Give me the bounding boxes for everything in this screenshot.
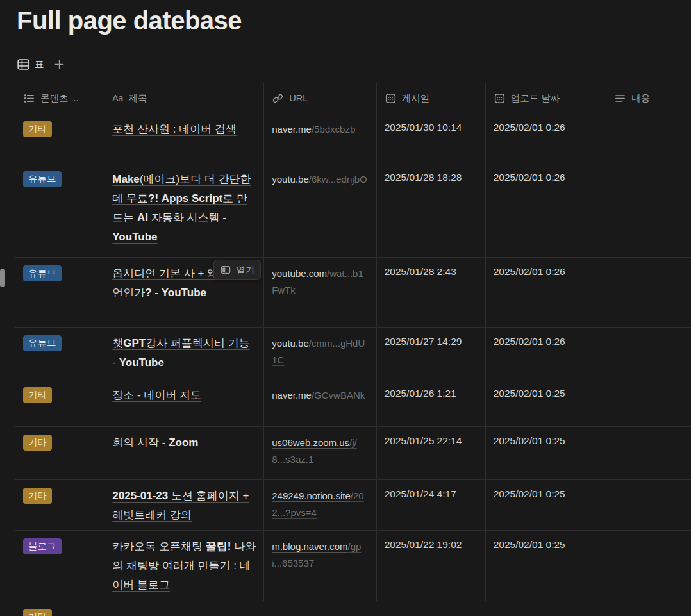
url-cell[interactable]: naver.me/GCvwBANk bbox=[264, 379, 377, 426]
published-date-cell[interactable]: 2025/01/26 1:21 bbox=[377, 379, 486, 426]
upload-date-cell[interactable]: 2025/02/01 0:26 bbox=[486, 258, 607, 327]
table-view-icon bbox=[17, 58, 30, 71]
calendar-icon bbox=[385, 92, 397, 104]
url-cell[interactable]: 249249.notion.site/202...?pvs=4 bbox=[264, 480, 377, 530]
content-type-cell[interactable]: 유튜브 bbox=[15, 163, 104, 257]
column-header-5[interactable]: 업로드 날짜 bbox=[486, 83, 607, 113]
content-type-cell[interactable]: 기타 bbox=[15, 601, 110, 616]
page-title[interactable]: Full page datebase bbox=[17, 0, 691, 35]
page-container: Full page datebase 표 콘텐츠 ...Aa제목URL게시일업로… bbox=[0, 0, 691, 616]
published-date-cell[interactable]: 2025/01/27 14:29 bbox=[377, 328, 486, 379]
url-cell[interactable]: us06web.zoom.us/j/8...s3az.1 bbox=[264, 427, 377, 479]
table-row[interactable]: 기타 bbox=[15, 601, 691, 616]
notion-database-page: { "page": { "title": "Full page datebase… bbox=[0, 0, 691, 616]
upload-date-cell[interactable]: 2025/02/01 0:26 bbox=[486, 163, 607, 257]
column-header-label: URL bbox=[289, 93, 308, 103]
title-text: AI bbox=[137, 212, 148, 224]
content-type-cell[interactable]: 유튜브 bbox=[15, 328, 104, 379]
add-view-button[interactable] bbox=[53, 58, 65, 71]
table-row[interactable]: 유튜브옵시디언 기본 사 + 왜 옵시디언인가? - YouTube열기yout… bbox=[15, 258, 691, 328]
upload-date-cell[interactable]: 2025/02/01 0:25 bbox=[486, 480, 607, 530]
table-row[interactable]: 기타회의 시작 - Zoomus06web.zoom.us/j/8...s3az… bbox=[15, 427, 691, 480]
title-cell[interactable]: 카카오톡 오픈채팅 꿀팁! 나와의 채팅방 여러개 만들기 : 네이버 블로그 bbox=[104, 531, 264, 601]
table-row[interactable]: 블로그카카오톡 오픈채팅 꿀팁! 나와의 채팅방 여러개 만들기 : 네이버 블… bbox=[15, 531, 691, 601]
upload-date-cell[interactable]: 2025/02/01 0:25 bbox=[486, 531, 607, 601]
title-text: 카카오톡 오픈채팅 bbox=[112, 540, 205, 553]
url-domain: youtube.com bbox=[272, 268, 327, 279]
table-row[interactable]: 유튜브챗GPT강사 퍼플렉시티 기능 - YouTubeyoutu.be/cmm… bbox=[15, 328, 691, 379]
title-cell[interactable]: 회의 시작 - Zoom bbox=[104, 427, 264, 479]
title-cell[interactable]: Make(메이크)보다 더 간단한데 무료?! Apps Script로 만드는… bbox=[104, 163, 264, 257]
database-table: 콘텐츠 ...Aa제목URL게시일업로드 날짜내용 기타포천 산사원 : 네이버… bbox=[15, 83, 691, 616]
content-cell[interactable] bbox=[606, 379, 691, 426]
upload-date-cell[interactable]: 2025/02/01 0:25 bbox=[486, 427, 607, 479]
url-cell[interactable]: youtu.be/6kw...ednjbO bbox=[264, 163, 377, 257]
content-cell[interactable] bbox=[606, 258, 691, 327]
title-text: Zoom bbox=[169, 437, 198, 449]
content-type-cell[interactable]: 기타 bbox=[15, 427, 104, 479]
published-date-cell[interactable]: 2025/01/25 22:14 bbox=[377, 427, 486, 479]
title-text: 자동화 시스템 - bbox=[148, 212, 226, 224]
tag-pill: 유튜브 bbox=[23, 335, 62, 351]
title-cell[interactable]: 장소 - 네이버 지도 bbox=[104, 379, 264, 426]
url-domain: us06web.zoom.us bbox=[272, 437, 349, 448]
table-row[interactable]: 기타포천 산사원 : 네이버 검색naver.me/5bdxcbzb2025/0… bbox=[15, 113, 691, 163]
content-type-cell[interactable]: 블로그 bbox=[15, 531, 104, 601]
column-header-2[interactable]: Aa제목 bbox=[104, 83, 264, 113]
published-date-cell[interactable]: 2025/01/28 2:43 bbox=[377, 258, 486, 327]
title-text: 챗 bbox=[112, 337, 123, 349]
tag-pill: 기타 bbox=[23, 488, 52, 504]
title-cell[interactable]: 옵시디언 기본 사 + 왜 옵시디언인가? - YouTube열기 bbox=[104, 258, 264, 327]
column-header-label: 콘텐츠 ... bbox=[40, 92, 79, 104]
column-header-1[interactable]: 콘텐츠 ... bbox=[15, 83, 104, 113]
content-type-cell[interactable]: 유튜브 bbox=[15, 258, 104, 327]
column-header-3[interactable]: URL bbox=[264, 83, 377, 113]
column-header-label: 게시일 bbox=[402, 92, 430, 104]
content-cell[interactable] bbox=[606, 427, 691, 479]
content-cell[interactable] bbox=[606, 328, 691, 379]
table-row[interactable]: 기타장소 - 네이버 지도naver.me/GCvwBANk2025/01/26… bbox=[15, 379, 691, 427]
column-header-4[interactable]: 게시일 bbox=[377, 83, 486, 113]
published-date-cell[interactable]: 2025/01/24 4:17 bbox=[377, 480, 486, 530]
content-cell[interactable] bbox=[606, 113, 691, 163]
title-aa-icon: Aa bbox=[112, 93, 123, 103]
content-cell[interactable] bbox=[606, 480, 691, 530]
published-date-cell[interactable]: 2025/01/28 18:28 bbox=[377, 163, 486, 257]
row-drag-handle[interactable] bbox=[0, 269, 5, 287]
text-lines-icon bbox=[614, 92, 626, 104]
content-cell[interactable] bbox=[606, 531, 691, 601]
list-icon bbox=[23, 92, 35, 104]
column-header-6[interactable]: 내용 bbox=[606, 83, 691, 113]
published-date-cell[interactable]: 2025/01/30 10:14 bbox=[377, 113, 486, 163]
url-cell[interactable]: naver.me/5bdxcbzb bbox=[264, 113, 377, 163]
url-cell[interactable]: youtu.be/cmm...gHdU1C bbox=[264, 328, 377, 379]
tab-table-view[interactable]: 표 bbox=[17, 58, 44, 71]
content-type-cell[interactable]: 기타 bbox=[15, 113, 104, 163]
upload-date-cell[interactable]: 2025/02/01 0:26 bbox=[486, 328, 607, 379]
title-text: YouTube bbox=[112, 231, 157, 243]
side-peek-icon bbox=[220, 264, 231, 276]
content-type-cell[interactable]: 기타 bbox=[15, 379, 104, 426]
title-cell[interactable]: 2025-01-23 노션 홈페이지 + 해빗트래커 강의 bbox=[104, 480, 264, 530]
url-domain: youtu.be bbox=[272, 174, 309, 185]
content-cell[interactable] bbox=[606, 163, 691, 257]
tag-pill: 기타 bbox=[23, 435, 52, 451]
link-icon bbox=[272, 92, 284, 104]
content-type-cell[interactable]: 기타 bbox=[15, 480, 104, 530]
table-row[interactable]: 기타2025-01-23 노션 홈페이지 + 해빗트래커 강의249249.no… bbox=[15, 480, 691, 531]
url-cell[interactable]: m.blog.naver.com/gpi...653537 bbox=[264, 531, 377, 601]
url-path: /GCvwBANk bbox=[312, 390, 365, 401]
open-button[interactable]: 열기 bbox=[213, 260, 261, 280]
url-cell[interactable]: youtube.com/wat...b1FwTk bbox=[264, 258, 377, 327]
title-text: 회의 시작 - bbox=[112, 437, 169, 449]
upload-date-cell[interactable]: 2025/02/01 0:25 bbox=[486, 379, 607, 426]
tag-pill: 기타 bbox=[23, 387, 52, 403]
tag-pill: 기타 bbox=[23, 609, 52, 616]
tag-pill: 유튜브 bbox=[23, 265, 62, 281]
view-tab-label: 표 bbox=[35, 58, 44, 71]
table-row[interactable]: 유튜브Make(메이크)보다 더 간단한데 무료?! Apps Script로 … bbox=[15, 163, 691, 258]
upload-date-cell[interactable]: 2025/02/01 0:26 bbox=[486, 113, 607, 163]
title-cell[interactable]: 포천 산사원 : 네이버 검색 bbox=[104, 113, 264, 163]
published-date-cell[interactable]: 2025/01/22 19:02 bbox=[377, 531, 486, 601]
title-cell[interactable]: 챗GPT강사 퍼플렉시티 기능 - YouTube bbox=[104, 328, 264, 379]
